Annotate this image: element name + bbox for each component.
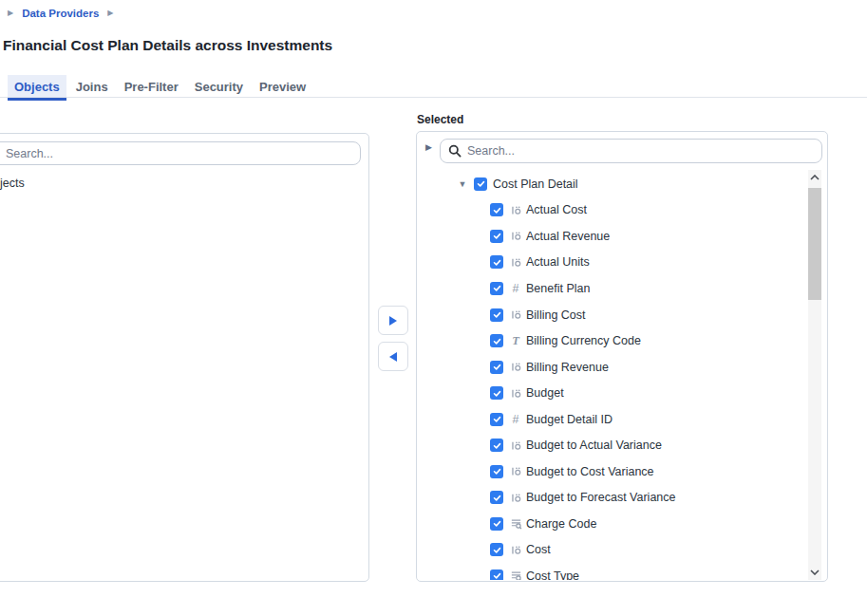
chevron-up-icon xyxy=(810,175,820,180)
tree-item[interactable]: # Benefit Plan xyxy=(417,275,808,302)
page-title: Financial Cost Plan Details across Inves… xyxy=(3,37,332,54)
tree-item-label: Actual Revenue xyxy=(526,230,610,243)
tree-item[interactable]: Actual Units xyxy=(417,250,808,276)
tree-item-label: Billing Revenue xyxy=(526,361,609,374)
checkbox-checked[interactable] xyxy=(490,386,503,400)
check-icon xyxy=(492,257,502,268)
tree-item-label: Billing Currency Code xyxy=(526,334,641,347)
checkbox-checked[interactable] xyxy=(474,177,487,191)
scrollbar xyxy=(808,170,821,580)
number-icon xyxy=(509,230,522,243)
check-icon xyxy=(492,309,502,320)
breadcrumb-link-data-providers[interactable]: Data Providers xyxy=(22,8,99,19)
lookup-icon xyxy=(509,517,522,531)
tree-item[interactable]: Budget to Forecast Variance xyxy=(417,485,808,512)
selected-search-input[interactable] xyxy=(462,140,821,162)
number-icon xyxy=(509,386,522,400)
tree-item[interactable]: Billing Revenue xyxy=(417,354,808,381)
number-icon xyxy=(509,203,522,216)
checkbox-checked[interactable] xyxy=(490,255,503,269)
check-icon xyxy=(492,570,502,580)
number-icon xyxy=(509,465,522,478)
scrollbar-track[interactable] xyxy=(808,185,821,565)
tree-item-label: Cost xyxy=(526,543,551,556)
breadcrumb: ▶ Data Providers ▶ xyxy=(8,8,114,19)
available-list-item-label: jects xyxy=(0,177,25,190)
checkbox-checked[interactable] xyxy=(490,361,503,374)
tree-item-label: Budget to Actual Variance xyxy=(526,439,662,452)
scrollbar-thumb[interactable] xyxy=(808,188,821,300)
check-icon xyxy=(492,414,502,424)
tree-item[interactable]: Billing Cost xyxy=(417,302,808,328)
tree-item[interactable]: Cost xyxy=(417,537,808,564)
caret-right-icon[interactable]: ▶ xyxy=(425,142,432,152)
tree-item[interactable]: Actual Revenue xyxy=(417,223,808,250)
selected-search xyxy=(440,139,822,163)
checkbox-checked[interactable] xyxy=(490,308,503,322)
scroll-down-button[interactable] xyxy=(808,565,821,580)
move-left-button[interactable] xyxy=(378,342,408,371)
number-icon xyxy=(509,308,522,322)
check-icon xyxy=(492,493,502,503)
lookup-icon xyxy=(509,569,522,580)
checkbox-checked[interactable] xyxy=(490,569,503,580)
tree-item[interactable]: Budget xyxy=(417,380,808,406)
tree-item[interactable]: Cost Type xyxy=(417,563,808,580)
check-icon xyxy=(492,231,502,241)
number-icon xyxy=(509,491,522,504)
tree-item-label: Budget to Cost Variance xyxy=(526,465,654,478)
tree-item-label: Actual Cost xyxy=(526,203,587,216)
tree-item[interactable]: T Billing Currency Code xyxy=(417,327,808,354)
check-icon xyxy=(492,336,502,346)
tree-item[interactable]: Budget to Cost Variance xyxy=(417,458,808,485)
available-search-input[interactable] xyxy=(0,142,360,164)
caret-down-icon[interactable]: ▼ xyxy=(457,179,468,189)
available-search xyxy=(0,141,361,165)
checkbox-checked[interactable] xyxy=(490,439,503,452)
caret-right-icon: ▶ xyxy=(8,9,13,17)
checkbox-checked[interactable] xyxy=(490,517,503,531)
tree-item-label: Actual Units xyxy=(526,255,590,269)
checkbox-checked[interactable] xyxy=(490,491,503,504)
tree-item-label: Charge Code xyxy=(526,517,596,531)
checkbox-checked[interactable] xyxy=(490,543,503,556)
check-icon xyxy=(492,545,502,555)
tree-item-label: Budget xyxy=(526,386,564,400)
check-icon xyxy=(492,388,502,399)
checkbox-checked[interactable] xyxy=(490,413,503,426)
tree-item-label: Cost Type xyxy=(526,569,579,580)
checkbox-checked[interactable] xyxy=(490,334,503,347)
check-icon xyxy=(492,362,502,372)
number-icon xyxy=(509,361,522,374)
check-icon xyxy=(492,440,502,451)
check-icon xyxy=(492,205,502,215)
move-right-button[interactable] xyxy=(378,306,408,335)
arrow-right-icon xyxy=(388,315,398,327)
selected-tree: ▼ Cost Plan Detail Actual Cost Actual Re… xyxy=(417,171,808,580)
check-icon xyxy=(492,518,502,529)
number-icon xyxy=(509,255,522,269)
number-icon xyxy=(509,439,522,452)
available-objects-panel: jects xyxy=(0,133,369,582)
tree-item-label: Budget Detail ID xyxy=(526,413,613,426)
tree-item-label: Cost Plan Detail xyxy=(493,177,578,191)
tree-item[interactable]: # Budget Detail ID xyxy=(417,406,808,433)
tree-item[interactable]: Charge Code xyxy=(417,511,808,537)
number-icon xyxy=(509,543,522,556)
hash-icon: # xyxy=(509,413,522,426)
tree-item-parent[interactable]: ▼ Cost Plan Detail xyxy=(417,171,808,197)
caret-right-icon: ▶ xyxy=(107,9,113,17)
tab-separator xyxy=(0,97,867,98)
checkbox-checked[interactable] xyxy=(490,282,503,295)
chevron-down-icon xyxy=(810,569,820,575)
selected-panel: ▶ ▼ Cost Plan Detail Actual xyxy=(416,131,828,582)
scroll-up-button[interactable] xyxy=(808,170,821,185)
tree-item[interactable]: Budget to Actual Variance xyxy=(417,432,808,458)
checkbox-checked[interactable] xyxy=(490,203,503,216)
tree-item-label: Benefit Plan xyxy=(526,282,590,295)
checkbox-checked[interactable] xyxy=(490,230,503,243)
tree-item[interactable]: Actual Cost xyxy=(417,197,808,224)
checkbox-checked[interactable] xyxy=(490,465,503,478)
check-icon xyxy=(492,466,502,476)
hash-icon: # xyxy=(509,282,522,295)
